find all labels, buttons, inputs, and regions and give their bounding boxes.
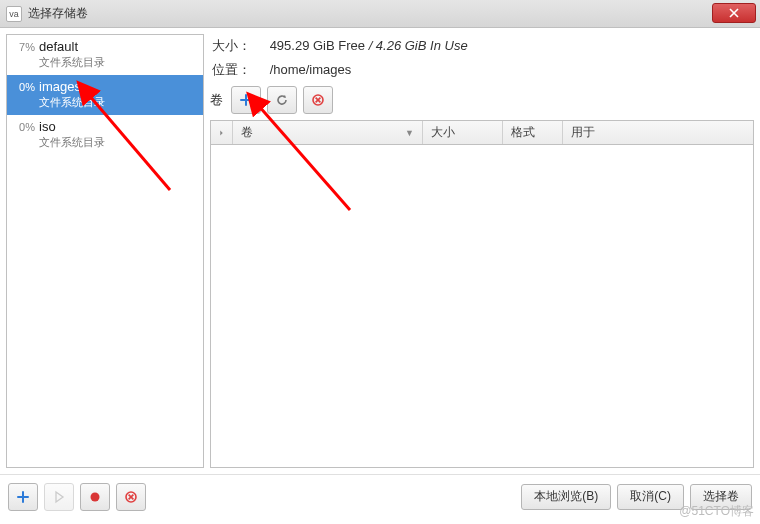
stop-pool-button[interactable] bbox=[80, 483, 110, 511]
storage-pool-list[interactable]: 7%default文件系统目录0%images文件系统目录0%iso文件系统目录 bbox=[6, 34, 204, 468]
pool-type: 文件系统目录 bbox=[39, 95, 199, 109]
plus-icon bbox=[16, 490, 30, 504]
cancel-button[interactable]: 取消(C) bbox=[617, 484, 684, 510]
close-button[interactable] bbox=[712, 3, 756, 23]
delete-pool-button[interactable] bbox=[116, 483, 146, 511]
size-value: 495.29 GiB Free / 4.26 GiB In Use bbox=[270, 38, 468, 53]
pool-item-iso[interactable]: 0%iso文件系统目录 bbox=[7, 115, 203, 155]
chevron-right-icon bbox=[219, 129, 224, 137]
refresh-icon bbox=[275, 93, 289, 107]
sort-indicator-icon: ▼ bbox=[405, 128, 414, 138]
delete-icon bbox=[124, 490, 138, 504]
pool-type: 文件系统目录 bbox=[39, 135, 199, 149]
volume-table-header: 卷 ▼ 大小 格式 用于 bbox=[211, 121, 753, 145]
column-vol-label: 卷 bbox=[241, 124, 253, 141]
refresh-volumes-button[interactable] bbox=[267, 86, 297, 114]
location-value: /home/images bbox=[270, 62, 352, 77]
pool-name: iso bbox=[39, 119, 199, 135]
title-bar: va 选择存储卷 bbox=[0, 0, 760, 28]
column-used-for[interactable]: 用于 bbox=[563, 121, 753, 144]
column-format-label: 格式 bbox=[511, 124, 535, 141]
delete-icon bbox=[311, 93, 325, 107]
pool-type: 文件系统目录 bbox=[39, 55, 199, 69]
start-pool-button bbox=[44, 483, 74, 511]
size-label: 大小： bbox=[212, 36, 266, 56]
record-icon bbox=[88, 490, 102, 504]
column-expander[interactable] bbox=[211, 121, 233, 144]
column-size[interactable]: 大小 bbox=[423, 121, 503, 144]
play-icon bbox=[52, 490, 66, 504]
pool-location-row: 位置： /home/images bbox=[210, 58, 754, 82]
pool-item-images[interactable]: 0%images文件系统目录 bbox=[7, 75, 203, 115]
add-volume-button[interactable] bbox=[231, 86, 261, 114]
app-icon: va bbox=[6, 6, 22, 22]
column-vol[interactable]: 卷 ▼ bbox=[233, 121, 423, 144]
close-icon bbox=[729, 8, 739, 18]
location-label: 位置： bbox=[212, 60, 266, 80]
footer-bar: 本地浏览(B) 取消(C) 选择卷 bbox=[0, 474, 760, 518]
svg-point-1 bbox=[91, 492, 100, 501]
plus-icon bbox=[239, 93, 253, 107]
column-used-for-label: 用于 bbox=[571, 124, 595, 141]
volume-panel: 大小： 495.29 GiB Free / 4.26 GiB In Use 位置… bbox=[210, 34, 754, 468]
volume-section-label: 卷 bbox=[210, 91, 223, 109]
column-size-label: 大小 bbox=[431, 124, 455, 141]
pool-usage-pct: 0% bbox=[11, 119, 39, 133]
window-title: 选择存储卷 bbox=[28, 5, 88, 22]
local-browse-button[interactable]: 本地浏览(B) bbox=[521, 484, 611, 510]
volume-table-body bbox=[211, 145, 753, 467]
pool-name: default bbox=[39, 39, 199, 55]
pool-usage-pct: 7% bbox=[11, 39, 39, 53]
pool-usage-pct: 0% bbox=[11, 79, 39, 93]
pool-size-row: 大小： 495.29 GiB Free / 4.26 GiB In Use bbox=[210, 34, 754, 58]
watermark: @51CTO博客 bbox=[679, 503, 754, 520]
add-pool-button[interactable] bbox=[8, 483, 38, 511]
delete-volume-button[interactable] bbox=[303, 86, 333, 114]
pool-item-default[interactable]: 7%default文件系统目录 bbox=[7, 35, 203, 75]
pool-name: images bbox=[39, 79, 199, 95]
column-format[interactable]: 格式 bbox=[503, 121, 563, 144]
